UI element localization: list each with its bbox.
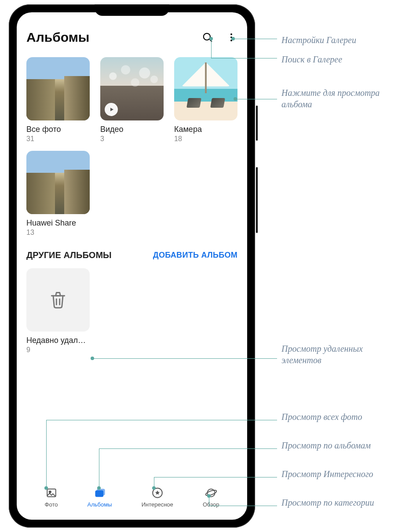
album-all-photos[interactable]: Все фото 31 (26, 57, 90, 143)
header: Альбомы (26, 30, 237, 45)
svg-point-2 (230, 33, 232, 35)
callout-by-category: Просмотр по категории (281, 497, 405, 508)
nav-label: Альбомы (88, 501, 112, 508)
nav-label: Интересное (142, 501, 173, 508)
planet-icon (204, 486, 218, 499)
album-name: Видео (100, 125, 164, 134)
svg-marker-5 (110, 108, 113, 111)
section-title: ДРУГИЕ АЛЬБОМЫ (26, 250, 112, 260)
callout-connector (209, 496, 209, 506)
svg-point-9 (49, 491, 51, 492)
album-count: 31 (26, 135, 90, 143)
add-album-button[interactable]: ДОБАВИТЬ АЛЬБОМ (153, 251, 237, 260)
album-name: Недавно удал… (26, 336, 90, 345)
callout-connector (209, 506, 277, 506)
album-count: 9 (26, 346, 90, 354)
bottom-nav: Фото Альбомы Интересное (17, 479, 247, 520)
callout-deleted: Просмотр удаленных элементов (281, 343, 405, 366)
callout-connector (99, 448, 99, 488)
callout-connector (46, 420, 47, 488)
nav-highlights[interactable]: Интересное (142, 486, 173, 508)
callout-connector (211, 58, 277, 58)
callout-settings: Настройки Галереи (281, 34, 405, 46)
album-name: Все фото (26, 125, 90, 134)
album-count: 13 (26, 229, 90, 237)
nav-discover[interactable]: Обзор (203, 486, 219, 508)
album-huawei-share[interactable]: Huawei Share 13 (26, 151, 90, 237)
callout-highlights: Просмотр Интересного (281, 468, 405, 480)
callout-connector (154, 477, 154, 488)
play-icon (105, 103, 118, 116)
album-camera[interactable]: Камера 18 (174, 57, 237, 143)
callout-connector (233, 39, 277, 39)
albums-grid: Все фото 31 Видео 3 Камера (26, 57, 237, 237)
album-count: 18 (174, 135, 237, 143)
callout-connector (235, 99, 277, 99)
phone-frame: Альбомы (9, 4, 255, 528)
album-videos[interactable]: Видео 3 (100, 57, 164, 143)
callout-connector (99, 448, 277, 449)
notch (95, 4, 169, 16)
nav-label: Фото (45, 501, 58, 508)
callout-by-albums: Просмотр по альбомам (281, 440, 405, 451)
callout-all-photos: Просмотр всех фото (281, 411, 405, 423)
album-recently-deleted[interactable]: Недавно удал… 9 (26, 268, 90, 354)
page-title: Альбомы (26, 30, 89, 45)
section-header: ДРУГИЕ АЛЬБОМЫ ДОБАВИТЬ АЛЬБОМ (26, 250, 237, 260)
callout-connector (211, 39, 212, 58)
album-name: Камера (174, 125, 237, 134)
other-albums-grid: Недавно удал… 9 (26, 268, 237, 354)
album-count: 3 (100, 135, 164, 143)
callout-connector (154, 477, 277, 477)
callout-search: Поиск в Галерее (281, 54, 405, 65)
callout-connector (92, 358, 277, 359)
trash-icon (26, 268, 90, 332)
nav-label: Обзор (203, 501, 219, 508)
callout-tap-album: Нажмите для просмотра альбома (281, 87, 405, 110)
screen: Альбомы (17, 12, 247, 520)
callout-connector (46, 420, 277, 420)
album-name: Huawei Share (26, 219, 90, 228)
album-thumbnail (26, 151, 90, 214)
album-thumbnail (174, 57, 237, 120)
album-thumbnail (100, 57, 164, 120)
album-thumbnail (26, 57, 90, 120)
